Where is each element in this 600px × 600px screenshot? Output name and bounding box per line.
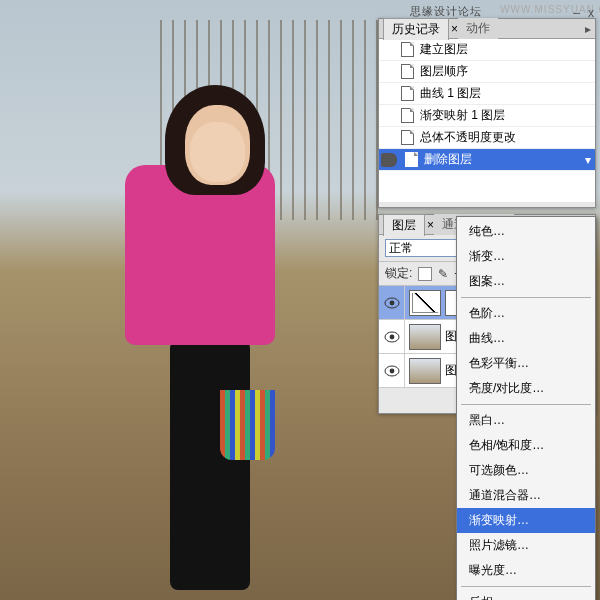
tab-actions[interactable]: 动作	[458, 18, 498, 39]
eye-icon	[384, 365, 400, 377]
menu-item[interactable]: 亮度/对比度…	[457, 376, 595, 401]
eye-icon	[384, 297, 400, 309]
history-tabbar: 历史记录 × 动作 ▸	[379, 19, 595, 39]
lock-label: 锁定:	[385, 265, 412, 282]
menu-separator	[461, 586, 591, 587]
menu-item[interactable]: 反相	[457, 590, 595, 600]
history-item-label: 渐变映射 1 图层	[420, 107, 505, 124]
menu-item[interactable]: 通道混合器…	[457, 483, 595, 508]
menu-item[interactable]: 曝光度…	[457, 558, 595, 583]
layer-thumbnail[interactable]	[409, 290, 441, 316]
menu-separator	[461, 297, 591, 298]
history-item-label: 删除图层	[424, 151, 472, 168]
tab-history[interactable]: 历史记录	[383, 18, 449, 40]
menu-item[interactable]: 黑白…	[457, 408, 595, 433]
document-icon	[401, 86, 414, 101]
visibility-toggle[interactable]	[379, 354, 405, 388]
menu-item[interactable]: 图案…	[457, 269, 595, 294]
history-list[interactable]: 建立图层图层顺序曲线 1 图层渐变映射 1 图层总体不透明度更改删除图层▾	[379, 39, 595, 202]
menu-item[interactable]: 曲线…	[457, 326, 595, 351]
history-item-label: 建立图层	[420, 41, 468, 58]
menu-item[interactable]: 色阶…	[457, 301, 595, 326]
new-adjustment-layer-menu: 纯色…渐变…图案…色阶…曲线…色彩平衡…亮度/对比度…黑白…色相/饱和度…可选颜…	[456, 216, 596, 600]
visibility-toggle[interactable]	[379, 320, 405, 354]
lock-brush-icon[interactable]: ✎	[438, 267, 448, 281]
history-item[interactable]: 建立图层	[379, 39, 595, 61]
history-item-label: 总体不透明度更改	[420, 129, 516, 146]
history-item[interactable]: 删除图层▾	[379, 149, 595, 171]
panel-menu-icon[interactable]: ▸	[585, 22, 591, 36]
history-item-label: 图层顺序	[420, 63, 468, 80]
menu-item[interactable]: 渐变…	[457, 244, 595, 269]
menu-item[interactable]: 照片滤镜…	[457, 533, 595, 558]
tab-layers[interactable]: 图层	[383, 214, 425, 236]
visibility-toggle[interactable]	[379, 286, 405, 320]
canvas-subject	[70, 50, 320, 590]
history-item[interactable]: 图层顺序	[379, 61, 595, 83]
layer-thumbnail[interactable]	[409, 358, 441, 384]
lock-trans-icon[interactable]	[418, 267, 432, 281]
document-icon	[401, 108, 414, 123]
history-panel: 历史记录 × 动作 ▸ 建立图层图层顺序曲线 1 图层渐变映射 1 图层总体不透…	[378, 18, 596, 208]
history-item[interactable]: 总体不透明度更改	[379, 127, 595, 149]
document-icon	[401, 130, 414, 145]
menu-separator	[461, 404, 591, 405]
document-icon	[401, 64, 414, 79]
menu-item[interactable]: 纯色…	[457, 219, 595, 244]
svg-point-1	[389, 300, 394, 305]
menu-item[interactable]: 可选颜色…	[457, 458, 595, 483]
history-item[interactable]: 曲线 1 图层	[379, 83, 595, 105]
history-brush-icon	[381, 153, 397, 167]
document-icon	[405, 152, 418, 167]
document-icon	[401, 42, 414, 57]
menu-item[interactable]: 色相/饱和度…	[457, 433, 595, 458]
blend-mode-select[interactable]: 正常 ▼	[385, 239, 467, 257]
tab-close-icon[interactable]: ×	[451, 22, 458, 36]
eye-icon	[384, 331, 400, 343]
blend-mode-value: 正常	[389, 240, 413, 257]
menu-item[interactable]: 色彩平衡…	[457, 351, 595, 376]
svg-point-3	[389, 334, 394, 339]
svg-point-5	[389, 368, 394, 373]
chevron-down-icon[interactable]: ▾	[585, 153, 591, 167]
history-item[interactable]: 渐变映射 1 图层	[379, 105, 595, 127]
tab-close-icon[interactable]: ×	[427, 218, 434, 232]
history-item-label: 曲线 1 图层	[420, 85, 481, 102]
layer-thumbnail[interactable]	[409, 324, 441, 350]
menu-item[interactable]: 渐变映射…	[457, 508, 595, 533]
